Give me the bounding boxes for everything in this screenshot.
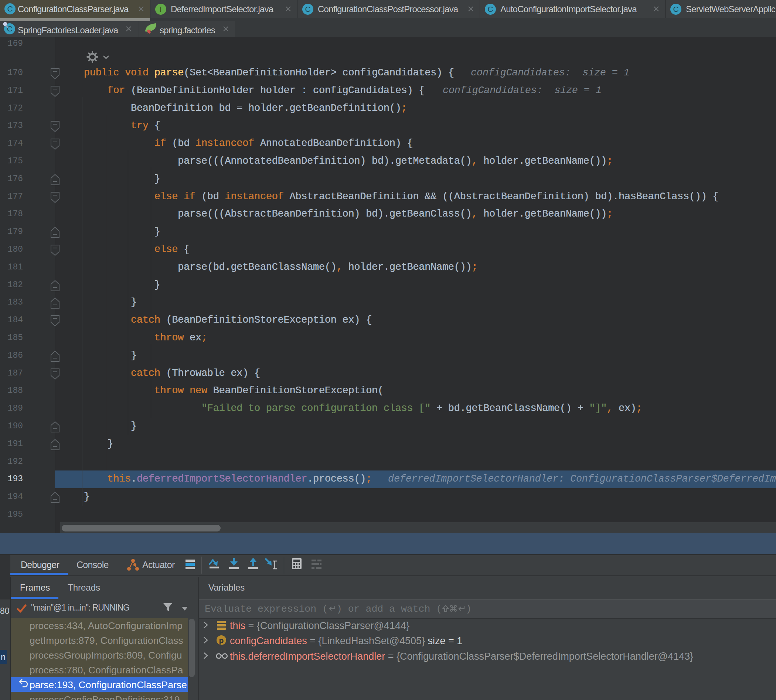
svg-text:C: C — [7, 5, 13, 13]
svg-text:p: p — [219, 636, 224, 645]
svg-text:I: I — [160, 5, 162, 13]
svg-text:C: C — [305, 5, 310, 13]
svg-text:C: C — [487, 5, 493, 13]
svg-text:C: C — [673, 5, 678, 13]
